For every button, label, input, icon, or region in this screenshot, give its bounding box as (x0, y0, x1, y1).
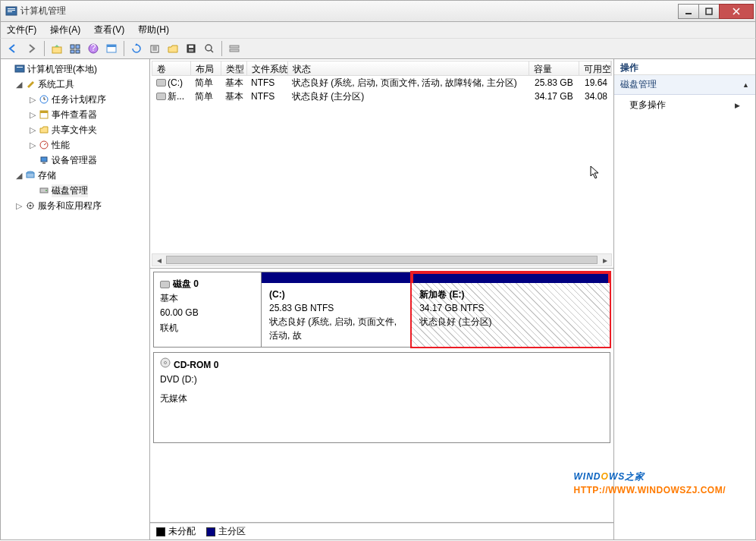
help-icon[interactable]: ? (85, 40, 102, 57)
col-layout[interactable]: 布局 (191, 61, 221, 75)
svg-rect-12 (76, 50, 80, 53)
menu-file[interactable]: 文件(F) (7, 24, 36, 36)
volume-row[interactable]: (C:) 简单 基本 NTFS 状态良好 (系统, 启动, 页面文件, 活动, … (152, 76, 612, 90)
save-icon[interactable] (183, 40, 199, 57)
disk-0-info[interactable]: 磁盘 0 基本 60.00 GB 联机 (154, 272, 262, 347)
open-icon[interactable] (165, 40, 181, 57)
col-cap[interactable]: 容量 (529, 61, 579, 75)
svg-rect-28 (15, 65, 24, 72)
actions-section[interactable]: 磁盘管理 ▲ (614, 75, 755, 95)
tree-perf[interactable]: ▷ 性能 (1, 137, 149, 153)
svg-rect-3 (8, 11, 12, 12)
tree-device[interactable]: 设备管理器 (1, 153, 149, 168)
toolbar-sep3 (221, 41, 222, 56)
scroll-left-icon[interactable]: ◂ (152, 254, 165, 266)
col-fs[interactable]: 文件系统 (247, 61, 288, 75)
expand-icon[interactable]: ▷ (28, 110, 36, 120)
disk-map: 磁盘 0 基本 60.00 GB 联机 (C:) 25.83 GB NTFS 状… (150, 269, 613, 523)
clock-icon (38, 93, 50, 105)
tree-diskmgmt[interactable]: 磁盘管理 (1, 183, 149, 198)
tree-services[interactable]: ▷ 服务和应用程序 (1, 198, 149, 213)
collapse-icon[interactable]: ◢ (14, 171, 23, 181)
svg-rect-8 (52, 47, 61, 53)
disk-list-icon[interactable] (226, 40, 243, 57)
maximize-button[interactable] (698, 4, 720, 19)
minimize-button[interactable] (678, 4, 699, 19)
expand-icon[interactable]: ▷ (28, 95, 36, 105)
settings-icon[interactable] (146, 40, 163, 57)
col-type[interactable]: 类型 (221, 61, 247, 75)
svg-line-25 (211, 50, 213, 52)
cdrom-empty (262, 353, 610, 442)
up-icon[interactable] (49, 40, 65, 57)
device-icon (38, 154, 50, 166)
close-button[interactable] (719, 4, 754, 19)
svg-rect-2 (8, 10, 15, 11)
scroll-right-icon[interactable]: ▸ (598, 254, 611, 266)
chevron-right-icon: ▶ (735, 102, 740, 109)
search-icon[interactable] (201, 40, 218, 57)
back-button[interactable] (5, 40, 22, 57)
swatch-icon (156, 527, 165, 536)
volume-list: 卷 布局 类型 文件系统 状态 容量 可用空 (C:) 简单 基本 NTFS 状… (150, 59, 613, 269)
expand-icon[interactable]: ▷ (28, 140, 36, 150)
tree-storage[interactable]: ◢ 存储 (1, 168, 149, 183)
view-icon[interactable] (103, 40, 120, 57)
forward-button[interactable] (24, 40, 40, 57)
svg-rect-40 (27, 173, 34, 178)
collapse-icon: ▲ (742, 81, 749, 89)
menubar: 文件(F) 操作(A) 查看(V) 帮助(H) (0, 22, 756, 38)
disk-0-partitions: (C:) 25.83 GB NTFS 状态良好 (系统, 启动, 页面文件, 活… (262, 272, 610, 347)
refresh-icon[interactable] (128, 40, 145, 57)
svg-rect-23 (189, 49, 193, 52)
disk-icon (38, 184, 50, 197)
volume-rows: (C:) 简单 基本 NTFS 状态良好 (系统, 启动, 页面文件, 活动, … (152, 76, 612, 253)
expand-icon[interactable]: ▷ (14, 201, 23, 211)
folder-shared-icon (38, 124, 50, 136)
cdrom-icon (160, 357, 171, 373)
tree-scheduler[interactable]: ▷ 任务计划程序 (1, 92, 149, 107)
partition-e[interactable]: 新加卷 (E:) 34.17 GB NTFS 状态良好 (主分区) (412, 272, 610, 347)
properties-icon[interactable] (67, 40, 83, 57)
collapse-icon[interactable]: ◢ (14, 80, 23, 90)
storage-icon (24, 169, 36, 181)
volume-header: 卷 布局 类型 文件系统 状态 容量 可用空 (152, 61, 612, 76)
disk-icon (160, 281, 170, 288)
menu-view[interactable]: 查看(V) (94, 24, 124, 36)
cdrom-info[interactable]: CD-ROM 0 DVD (D:) 无媒体 (154, 353, 262, 442)
svg-rect-1 (8, 8, 15, 9)
svg-rect-22 (189, 46, 193, 48)
volume-row[interactable]: 新... 简单 基本 NTFS 状态良好 (主分区) 34.17 GB 34.0… (152, 90, 612, 103)
col-status[interactable]: 状态 (288, 61, 529, 75)
expand-icon[interactable]: ▷ (28, 125, 36, 135)
tree-systools[interactable]: ◢ 系统工具 (1, 77, 149, 92)
horizontal-scrollbar[interactable]: ◂ ▸ (152, 253, 612, 266)
swatch-icon (206, 527, 215, 536)
svg-rect-26 (230, 46, 239, 48)
toolbar-sep (44, 41, 45, 56)
menu-help[interactable]: 帮助(H) (138, 24, 169, 36)
legend-unallocated: 未分配 (156, 525, 196, 538)
services-icon (24, 200, 36, 212)
menu-operation[interactable]: 操作(A) (50, 24, 80, 36)
svg-text:?: ? (91, 43, 96, 53)
col-volume[interactable]: 卷 (152, 61, 191, 75)
tools-icon (24, 78, 36, 90)
legend: 未分配 主分区 (150, 523, 613, 539)
tree-shared[interactable]: ▷ 共享文件夹 (1, 122, 149, 137)
perf-icon (38, 139, 50, 151)
svg-rect-0 (6, 7, 17, 15)
computer-icon (14, 63, 26, 75)
partition-c[interactable]: (C:) 25.83 GB NTFS 状态良好 (系统, 启动, 页面文件, 活… (262, 272, 412, 347)
actions-more[interactable]: 更多操作 ▶ (614, 95, 755, 115)
svg-rect-11 (71, 50, 74, 53)
svg-rect-29 (17, 67, 23, 68)
svg-point-50 (165, 362, 167, 364)
tree-eventviewer[interactable]: ▷ 事件查看器 (1, 107, 149, 122)
scroll-thumb[interactable] (166, 256, 598, 264)
toolbar-sep2 (124, 41, 124, 56)
partition-bar (262, 272, 411, 283)
col-free[interactable]: 可用空 (579, 61, 611, 75)
tree-root[interactable]: 计算机管理(本地) (1, 61, 149, 77)
center-pane: 卷 布局 类型 文件系统 状态 容量 可用空 (C:) 简单 基本 NTFS 状… (150, 59, 613, 539)
